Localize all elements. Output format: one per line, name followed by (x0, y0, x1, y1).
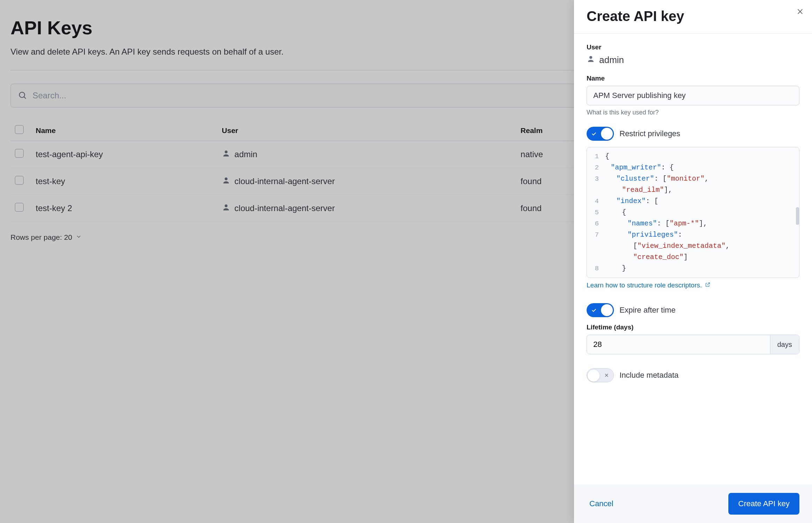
rows-per-page-label: Rows per page: 20 (10, 233, 72, 242)
svg-point-4 (225, 177, 227, 180)
lifetime-field[interactable]: days (587, 335, 799, 354)
include-metadata-label: Include metadata (620, 371, 679, 380)
row-checkbox[interactable] (15, 149, 24, 158)
flyout-footer: Cancel Create API key (574, 484, 812, 523)
close-button[interactable] (794, 6, 806, 18)
restrict-privileges-toggle[interactable] (587, 127, 614, 141)
row-checkbox[interactable] (15, 176, 24, 185)
svg-point-0 (19, 92, 24, 97)
col-user[interactable]: User (218, 120, 517, 141)
cell-user: admin (222, 149, 512, 160)
cell-name: test-agent-api-key (31, 141, 218, 168)
close-icon (796, 8, 804, 16)
search-icon (18, 91, 33, 101)
lifetime-label: Lifetime (days) (587, 323, 799, 331)
code-gutter: 123 4567 8 (587, 147, 602, 278)
check-icon (591, 307, 597, 313)
cell-name: test-key 2 (31, 195, 218, 222)
name-input[interactable] (587, 86, 799, 105)
svg-point-3 (225, 151, 227, 153)
svg-line-1 (24, 97, 26, 98)
scrollbar-thumb[interactable] (796, 207, 799, 225)
check-icon (591, 131, 597, 137)
code-body[interactable]: {"apm_writer": {"cluster": ["monitor","r… (602, 147, 799, 278)
cell-name: test-key (31, 168, 218, 195)
learn-role-descriptors-link[interactable]: Learn how to structure role descriptors. (587, 281, 710, 289)
learn-link-text: Learn how to structure role descriptors. (587, 281, 702, 289)
svg-point-8 (589, 56, 592, 59)
create-api-key-flyout: Create API key User admin Name What is t… (574, 0, 812, 523)
flyout-body: User admin Name What is this key used fo… (574, 34, 812, 484)
user-display: admin (587, 55, 799, 65)
expire-after-time-toggle[interactable] (587, 303, 614, 317)
chevron-down-icon (76, 233, 82, 242)
create-api-key-button[interactable]: Create API key (728, 493, 799, 515)
cancel-button[interactable]: Cancel (587, 495, 616, 512)
cell-user: cloud-internal-agent-server (222, 176, 512, 187)
user-icon (587, 55, 595, 65)
svg-point-5 (225, 204, 227, 207)
user-value: admin (599, 55, 624, 65)
flyout-header: Create API key (574, 0, 812, 34)
include-metadata-toggle[interactable] (587, 368, 614, 382)
name-help-text: What is this key used for? (587, 109, 799, 116)
col-name[interactable]: Name (31, 120, 218, 141)
user-icon (222, 203, 230, 214)
restrict-privileges-label: Restrict privileges (620, 129, 680, 138)
select-all-checkbox[interactable] (15, 125, 24, 134)
name-label: Name (587, 75, 799, 82)
user-icon (222, 176, 230, 187)
user-icon (222, 149, 230, 160)
lifetime-suffix: days (770, 335, 799, 354)
expire-after-time-label: Expire after time (620, 306, 676, 315)
row-checkbox[interactable] (15, 203, 24, 212)
x-icon (604, 372, 609, 378)
cell-user: cloud-internal-agent-server (222, 203, 512, 214)
lifetime-input[interactable] (587, 335, 770, 354)
flyout-title: Create API key (587, 8, 799, 24)
role-descriptor-editor[interactable]: 123 4567 8 {"apm_writer": {"cluster": ["… (587, 147, 799, 278)
external-link-icon (705, 281, 710, 289)
user-label: User (587, 43, 799, 51)
